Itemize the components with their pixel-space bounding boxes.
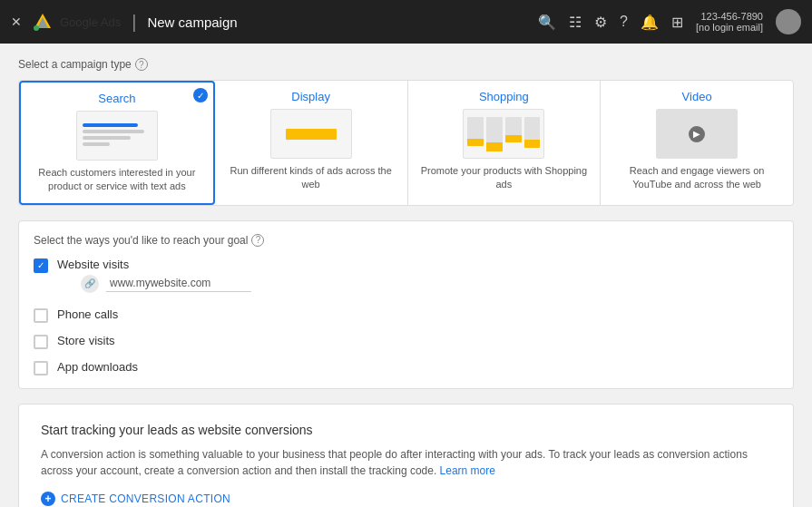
page-title: New campaign <box>147 15 237 30</box>
bell-icon[interactable]: 🔔 <box>641 14 659 31</box>
help-icon[interactable]: ? <box>620 14 628 30</box>
brand-name: Google Ads <box>60 15 121 29</box>
selected-check-icon: ✓ <box>193 88 208 102</box>
play-icon: ▶ <box>689 126 705 142</box>
campaign-type-video[interactable]: Video ▶ Reach and engage viewers on YouT… <box>601 81 793 205</box>
reports-icon[interactable]: ☷ <box>569 14 582 31</box>
app-downloads-checkbox[interactable] <box>34 361 48 375</box>
svg-point-2 <box>34 25 39 31</box>
campaign-type-selector: ✓ Search Reach customers interested in y… <box>18 80 794 206</box>
website-input-row: 🔗 <box>81 275 251 293</box>
campaign-type-help-icon[interactable]: ? <box>135 58 148 71</box>
goal-section: Select the ways you'd like to reach your… <box>18 220 794 389</box>
conversion-title: Start tracking your leads as website con… <box>41 423 771 437</box>
plus-icon: + <box>41 492 55 506</box>
campaign-type-shopping[interactable]: Shopping Promote your products with Shop… <box>408 81 602 205</box>
campaign-type-search[interactable]: ✓ Search Reach customers interested in y… <box>19 81 215 205</box>
goal-phone-calls: Phone calls <box>34 307 778 323</box>
shopping-mockup <box>463 109 544 159</box>
website-url-input[interactable] <box>106 275 251 292</box>
campaign-type-label: Select a campaign type ? <box>18 58 794 71</box>
grid-icon[interactable]: ⊞ <box>671 14 683 31</box>
conversion-description: A conversion action is something valuabl… <box>41 446 771 479</box>
create-conversion-action-row[interactable]: + CREATE CONVERSION ACTION <box>41 492 771 506</box>
display-mockup <box>270 109 352 159</box>
goal-section-label: Select the ways you'd like to reach your… <box>34 234 778 247</box>
video-mockup: ▶ <box>656 109 738 159</box>
goal-app-downloads: App downloads <box>34 360 778 375</box>
avatar[interactable] <box>776 9 801 34</box>
account-info: 123-456-7890 [no login email] <box>696 11 763 33</box>
create-conversion-action-label: CREATE CONVERSION ACTION <box>61 492 230 505</box>
conversion-tracking-box: Start tracking your leads as website con… <box>18 404 794 507</box>
learn-more-link[interactable]: Learn more <box>440 464 495 477</box>
link-icon: 🔗 <box>81 275 99 293</box>
main-content: Select a campaign type ? ✓ Search Reach … <box>0 44 812 507</box>
google-ads-logo <box>33 12 53 32</box>
search-icon[interactable]: 🔍 <box>538 14 556 31</box>
logo-icon <box>33 12 53 32</box>
tools-icon[interactable]: ⚙ <box>594 14 607 31</box>
goal-website-visits: Website visits 🔗 <box>34 258 778 297</box>
store-visits-checkbox[interactable] <box>34 335 48 349</box>
nav-icons: 🔍 ☷ ⚙ ? 🔔 ⊞ 123-456-7890 [no login email… <box>538 9 801 34</box>
topnav: ✕ Google Ads | New campaign 🔍 ☷ ⚙ ? 🔔 ⊞ … <box>0 0 812 44</box>
phone-calls-checkbox[interactable] <box>34 308 48 323</box>
nav-divider: | <box>132 12 136 33</box>
campaign-type-display[interactable]: Display Run different kinds of ads acros… <box>215 81 408 205</box>
goal-store-visits: Store visits <box>34 334 778 349</box>
close-icon[interactable]: ✕ <box>11 15 22 29</box>
search-mockup <box>76 111 158 161</box>
goal-help-icon[interactable]: ? <box>251 234 264 247</box>
website-visits-checkbox[interactable] <box>34 258 48 273</box>
